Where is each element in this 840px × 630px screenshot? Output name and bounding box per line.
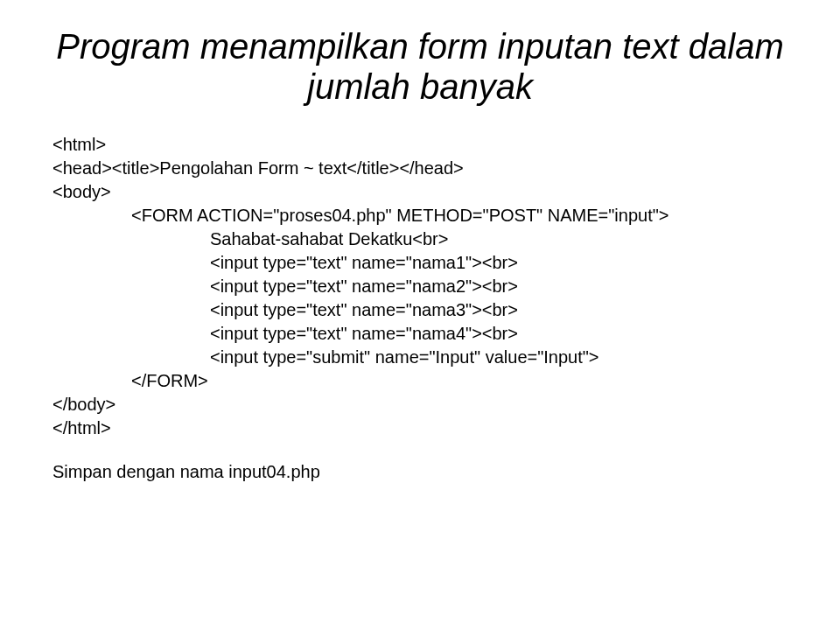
footer-note: Simpan dengan nama input04.php [52,462,788,482]
slide-title: Program menampilkan form inputan text da… [52,26,788,107]
code-line: <head><title>Pengolahan Form ~ text</tit… [52,157,788,180]
code-line: <input type="text" name="nama4"><br> [52,322,788,346]
code-line: </body> [52,393,788,416]
code-line: </FORM> [52,369,788,393]
code-line: <input type="text" name="nama1"><br> [52,251,788,275]
code-line: <input type="text" name="nama3"><br> [52,298,788,322]
code-line: <input type="submit" name="Input" value=… [52,346,788,369]
code-line: <body> [52,180,788,204]
code-line: <input type="text" name="nama2"><br> [52,275,788,298]
code-listing: <html> <head><title>Pengolahan Form ~ te… [52,133,788,440]
code-line: <FORM ACTION="proses04.php" METHOD="POST… [52,204,788,228]
code-line: Sahabat-sahabat Dekatku<br> [52,228,788,251]
code-line: </html> [52,416,788,440]
code-line: <html> [52,133,788,157]
slide-content: Program menampilkan form inputan text da… [0,0,840,500]
